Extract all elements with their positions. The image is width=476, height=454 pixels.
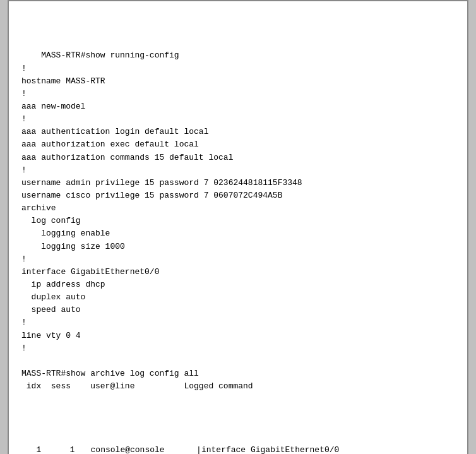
archive-table: 1 1 console@console |interface GigabitEt… <box>21 444 455 454</box>
config-line-22: ! <box>21 318 27 327</box>
archive-cmd: |interface GigabitEthernet0/0 <box>182 444 455 454</box>
config-line-5: aaa new-model <box>21 102 85 111</box>
config-line-13: archive <box>21 203 56 213</box>
config-line-19: ip address dhcp <box>21 280 105 289</box>
config-line-14: log config <box>21 216 81 225</box>
config-line-1: MASS-RTR#show running-config <box>41 51 179 60</box>
config-line-6: ! <box>21 114 27 124</box>
config-line-17: ! <box>21 254 27 264</box>
config-line-21: speed auto <box>21 305 81 314</box>
config-line-8: aaa authorization exec default local <box>21 140 199 149</box>
config-line-4: ! <box>21 89 27 99</box>
terminal-content: MASS-RTR#show running-config ! hostname … <box>21 37 455 393</box>
archive-command: MASS-RTR#show archive log config all <box>21 369 199 378</box>
archive-user: console@console <box>81 444 182 454</box>
config-line-10: ! <box>21 165 27 175</box>
terminal-window: MASS-RTR#show running-config ! hostname … <box>8 0 468 454</box>
archive-table-header: idx sess user@line Logged command <box>21 381 253 391</box>
config-line-23: line vty 0 4 <box>21 331 81 340</box>
archive-idx: 1 <box>21 444 45 454</box>
archive-table-container: 1 1 console@console |interface GigabitEt… <box>21 419 455 455</box>
config-line-11: username admin privilege 15 password 7 0… <box>21 178 302 188</box>
config-line-3: hostname MASS-RTR <box>21 76 105 86</box>
config-line-15: logging enable <box>21 229 110 238</box>
archive-row-1: 1 1 console@console |interface GigabitEt… <box>21 444 455 454</box>
archive-sess: 1 <box>45 444 81 454</box>
config-line-2: ! <box>21 64 27 73</box>
config-line-16: logging size 1000 <box>21 242 125 251</box>
config-line-9: aaa authorization commands 15 default lo… <box>21 153 233 162</box>
config-line-20: duplex auto <box>21 292 85 302</box>
config-line-7: aaa authentication login default local <box>21 127 208 136</box>
config-line-12: username cisco privilege 15 password 7 0… <box>21 191 282 200</box>
config-line-24: ! <box>21 343 27 353</box>
config-line-18: interface GigabitEthernet0/0 <box>21 267 159 277</box>
